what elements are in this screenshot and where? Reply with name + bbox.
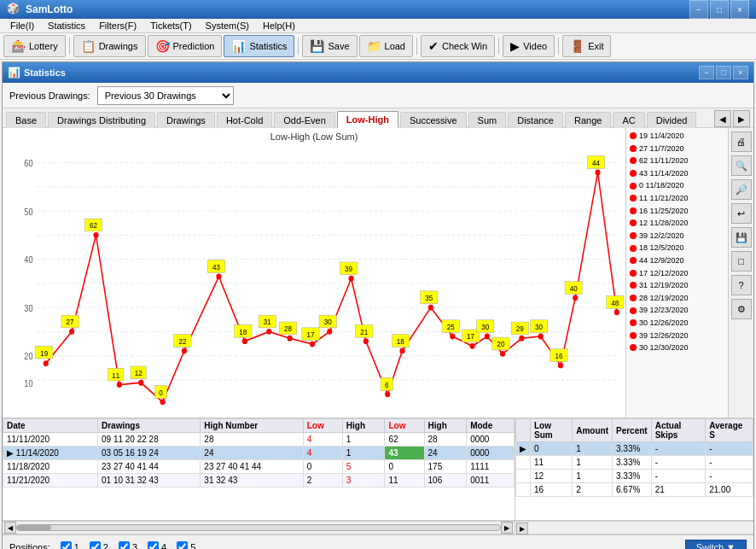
svg-text:12/26/2020: 12/26/2020: [338, 416, 373, 418]
legend-dot: [630, 132, 637, 139]
col-header-date: Date: [3, 419, 98, 433]
scroll-right-btn[interactable]: ▶: [501, 522, 513, 534]
cell-high-num: 31 32 43: [201, 474, 303, 488]
cell-high-num: 28: [201, 433, 303, 447]
svg-text:17: 17: [467, 332, 474, 342]
stats-maximize-btn[interactable]: □: [716, 66, 731, 79]
scrollbar-thumb[interactable]: [17, 525, 51, 530]
check-win-button[interactable]: ✔ Check Win: [421, 35, 495, 57]
drawings-icon: 📋: [81, 39, 96, 53]
legend-dot: [630, 295, 637, 301]
svg-point-45: [182, 348, 187, 354]
lottery-button[interactable]: 🎰 Lottery: [3, 35, 66, 57]
stats-row[interactable]: 16 2 6.67% 21 21.00: [516, 483, 753, 497]
data-table-container[interactable]: Date Drawings High Number Low High Low H…: [3, 418, 515, 520]
scrollbar-left[interactable]: ◀ ▶: [3, 522, 515, 534]
exit-button[interactable]: 🚪 Exit: [562, 35, 611, 57]
table-row[interactable]: 11/21/2020 01 10 31 32 43 31 32 43 2 3 1…: [3, 474, 515, 488]
menu-bar: File(I) Statistics Filters(F) Tickets(T)…: [0, 19, 756, 33]
tab-hot-cold[interactable]: Hot-Cold: [217, 112, 272, 128]
zoom-out-button[interactable]: 🔎: [731, 179, 752, 200]
tab-divided[interactable]: Divided: [647, 112, 697, 128]
legend-dot: [630, 195, 637, 201]
position-3-check[interactable]: 3: [119, 541, 137, 549]
tab-base[interactable]: Base: [6, 112, 46, 128]
table-row[interactable]: ▶ 11/14/2020 03 05 16 19 24 24 4 1 43 24…: [3, 447, 515, 460]
tab-drawings[interactable]: Drawings: [157, 112, 215, 128]
scrollbar-right[interactable]: ▶: [515, 522, 753, 534]
check-win-label: Check Win: [442, 41, 487, 51]
position-1-check[interactable]: 1: [61, 541, 79, 549]
tab-low-high[interactable]: Low-High: [337, 111, 398, 128]
switch-button[interactable]: Switch ▼: [685, 540, 747, 550]
position-5-checkbox[interactable]: [177, 541, 188, 549]
svg-point-84: [470, 343, 475, 349]
main-content: Low-High (Low Sum): [3, 128, 753, 418]
tab-range[interactable]: Range: [565, 112, 611, 128]
legend-item: 12 11/28/2020: [628, 217, 726, 230]
cell-skips: 21: [651, 483, 706, 497]
table-row[interactable]: 11/11/2020 09 11 20 22 28 28 4 1 62 28 0…: [3, 433, 515, 447]
cell-low1: 4: [303, 433, 342, 447]
menu-filters[interactable]: Filters(F): [92, 19, 143, 32]
cell-amount: 1: [573, 456, 613, 470]
switch-label: Switch: [696, 542, 724, 550]
save-chart-button[interactable]: 💾: [731, 227, 752, 248]
scroll-right-stats-btn[interactable]: ▶: [516, 523, 528, 534]
load-button[interactable]: 📁 Load: [359, 35, 413, 57]
scroll-left-btn[interactable]: ◀: [4, 522, 16, 534]
position-2-checkbox[interactable]: [90, 541, 101, 549]
tab-distance[interactable]: Distance: [508, 112, 563, 128]
drawings-button[interactable]: 📋 Drawings: [73, 35, 146, 57]
menu-file[interactable]: File(I): [3, 19, 41, 32]
position-5-check[interactable]: 5: [177, 541, 195, 549]
legend-dot: [630, 245, 637, 252]
stats-minimize-btn[interactable]: −: [699, 66, 714, 79]
save-button[interactable]: 💾 Save: [302, 35, 357, 57]
chart-options-button[interactable]: □: [731, 251, 752, 272]
tab-odd-even[interactable]: Odd-Even: [274, 112, 335, 128]
cell-high2: 24: [424, 447, 467, 460]
statistics-button[interactable]: 📊 Statistics: [224, 35, 294, 57]
legend-item: 30 12/26/2020: [628, 317, 726, 330]
menu-statistics[interactable]: Statistics: [41, 19, 92, 32]
scrollbar-track[interactable]: [16, 524, 501, 531]
menu-help[interactable]: Help(H): [256, 19, 302, 32]
position-2-check[interactable]: 2: [90, 541, 108, 549]
stats-table-container[interactable]: Low Sum Amount Percent Actual Skips Aver…: [515, 418, 753, 520]
close-button[interactable]: ×: [730, 0, 749, 19]
stats-row[interactable]: 12 1 3.33% - -: [516, 470, 753, 483]
help-button[interactable]: ?: [731, 275, 752, 295]
legend-dot: [630, 344, 637, 351]
position-1-checkbox[interactable]: [61, 541, 72, 549]
print-button[interactable]: 🖨: [731, 131, 752, 152]
maximize-button[interactable]: □: [710, 0, 729, 19]
prediction-icon: 🎯: [155, 39, 170, 53]
stats-close-btn[interactable]: ×: [733, 66, 748, 79]
stats-row[interactable]: ▶ 0 1 3.33% - -: [516, 442, 753, 456]
position-2-label: 2: [103, 542, 108, 550]
tab-sum[interactable]: Sum: [468, 112, 507, 128]
tab-drawings-distributing[interactable]: Drawings Distributing: [48, 112, 155, 128]
video-button[interactable]: ▶ Video: [503, 35, 555, 57]
tab-ac[interactable]: AC: [613, 112, 644, 128]
position-3-checkbox[interactable]: [119, 541, 130, 549]
tab-successive[interactable]: Successive: [400, 112, 467, 128]
zoom-in-button[interactable]: 🔍: [731, 155, 752, 176]
prediction-button[interactable]: 🎯 Prediction: [148, 35, 223, 57]
menu-system[interactable]: System(S): [199, 19, 256, 32]
settings-button[interactable]: ⚙: [731, 299, 752, 319]
position-4-check[interactable]: 4: [148, 541, 166, 549]
menu-tickets[interactable]: Tickets(T): [143, 19, 198, 32]
sep5: [558, 38, 559, 55]
stats-row[interactable]: 11 1 3.33% - -: [516, 456, 753, 470]
svg-text:30: 30: [24, 303, 32, 313]
minimize-button[interactable]: −: [689, 0, 708, 19]
position-4-checkbox[interactable]: [148, 541, 159, 549]
right-panel: 🖨 🔍 🔎 ↩ 💾 □ ? ⚙: [728, 128, 753, 418]
prev-drawings-select[interactable]: Previous 10 Drawings Previous 20 Drawing…: [97, 86, 234, 105]
undo-button[interactable]: ↩: [731, 203, 752, 224]
tabs-prev-btn[interactable]: ◀: [714, 110, 731, 127]
tabs-next-btn[interactable]: ▶: [733, 110, 750, 127]
table-row[interactable]: 11/18/2020 23 27 40 41 44 23 27 40 41 44…: [3, 460, 515, 474]
